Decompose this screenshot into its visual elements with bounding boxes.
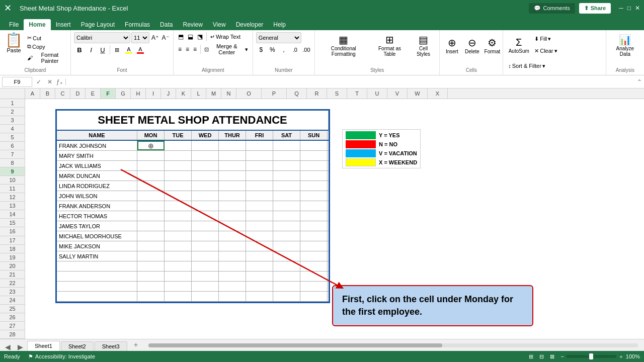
day-cell-tue[interactable]: [165, 241, 192, 251]
col-header-B[interactable]: B: [40, 88, 55, 99]
insert-function-icon[interactable]: ƒₓ: [56, 78, 66, 85]
day-cell-thur[interactable]: [219, 231, 246, 241]
employee-name-cell[interactable]: MARY SMITH: [57, 151, 137, 160]
col-header-W[interactable]: W: [408, 88, 428, 99]
align-middle-button[interactable]: ⬓: [186, 32, 195, 41]
day-cell-mon[interactable]: [137, 201, 165, 211]
row-header-23[interactable]: 23: [0, 288, 25, 296]
day-cell-fri[interactable]: [246, 141, 273, 150]
comma-button[interactable]: ,: [279, 44, 289, 55]
day-cell-fri[interactable]: [246, 221, 273, 231]
day-cell-thur[interactable]: [219, 171, 246, 180]
clear-button[interactable]: ✕ Clear ▾: [532, 45, 559, 56]
day-cell-tue[interactable]: [165, 201, 192, 211]
row-header-9[interactable]: 9: [0, 167, 25, 176]
day-cell-thur[interactable]: [219, 221, 246, 231]
row-header-10[interactable]: 10: [0, 176, 25, 185]
row-header-18[interactable]: 18: [0, 245, 25, 253]
day-cell-wed[interactable]: [192, 191, 219, 201]
tab-insert[interactable]: Insert: [51, 19, 76, 30]
day-cell-tue[interactable]: [165, 251, 192, 261]
day-cell-sat[interactable]: [273, 141, 300, 150]
col-mon[interactable]: MON: [137, 131, 165, 140]
day-cell-tue[interactable]: [165, 221, 192, 231]
day-cell-sun[interactable]: [300, 151, 328, 160]
row-header-5[interactable]: 5: [0, 133, 25, 142]
day-cell-wed[interactable]: [192, 251, 219, 261]
add-sheet-button[interactable]: ＋: [128, 339, 143, 351]
col-header-G[interactable]: G: [116, 88, 131, 99]
zoom-out-icon[interactable]: −: [560, 353, 564, 359]
format-as-table-button[interactable]: ⊞ Format as Table: [371, 32, 408, 58]
day-cell-tue[interactable]: [165, 231, 192, 241]
insert-cells-button[interactable]: ⊕ Insert: [443, 32, 461, 58]
row-header-1[interactable]: 1: [0, 99, 25, 108]
row-header-22[interactable]: 22: [0, 279, 25, 288]
col-fri[interactable]: FRI: [246, 131, 273, 140]
day-cell-sat[interactable]: [273, 251, 300, 261]
day-cell-sat[interactable]: [273, 241, 300, 251]
day-cell-sun[interactable]: [300, 181, 328, 191]
row-header-25[interactable]: 25: [0, 305, 25, 313]
page-layout-icon[interactable]: ⊟: [539, 353, 544, 360]
day-cell-sun[interactable]: [300, 221, 328, 231]
day-cell-wed[interactable]: [192, 141, 219, 150]
day-cell-thur[interactable]: [219, 151, 246, 160]
scroll-tabs-left-button[interactable]: ◀: [2, 343, 14, 351]
day-cell-fri[interactable]: [246, 251, 273, 261]
employee-name-cell[interactable]: MICHAEL MOORHOUSE: [57, 231, 137, 241]
day-cell-sat[interactable]: [273, 211, 300, 221]
col-header-M[interactable]: M: [206, 88, 221, 99]
merge-center-button[interactable]: ⊡ Merge & Center ▾: [203, 42, 250, 56]
col-header-T[interactable]: T: [347, 88, 367, 99]
row-header-15[interactable]: 15: [0, 219, 25, 227]
day-cell-mon[interactable]: ⊕: [137, 141, 165, 150]
employee-name-cell[interactable]: MIKE JACKSON: [57, 241, 137, 251]
day-cell-wed[interactable]: [192, 231, 219, 241]
day-cell-fri[interactable]: [246, 201, 273, 211]
day-cell-thur[interactable]: [219, 161, 246, 170]
bold-button[interactable]: B: [74, 44, 85, 55]
col-header-C[interactable]: C: [55, 88, 70, 99]
increase-decimal-button[interactable]: .0: [290, 44, 300, 55]
col-header-E[interactable]: E: [86, 88, 101, 99]
formula-expand-icon[interactable]: ⌃: [637, 78, 642, 85]
increase-font-button[interactable]: A⁺: [150, 33, 160, 43]
col-header-I[interactable]: I: [146, 88, 161, 99]
employee-name-cell[interactable]: JAMES TAYLOR: [57, 221, 137, 231]
day-cell-thur[interactable]: [219, 181, 246, 191]
paste-button[interactable]: 📋 Paste: [3, 32, 25, 67]
decrease-font-button[interactable]: A⁻: [160, 33, 170, 43]
day-cell-thur[interactable]: [219, 201, 246, 211]
row-header-11[interactable]: 11: [0, 185, 25, 193]
share-button[interactable]: ⬆ Share: [579, 3, 611, 14]
tab-file[interactable]: File: [4, 19, 24, 30]
row-header-26[interactable]: 26: [0, 313, 25, 322]
col-header-P[interactable]: P: [262, 88, 287, 99]
day-cell-tue[interactable]: [165, 161, 192, 170]
formula-cancel-icon[interactable]: ✕: [45, 78, 54, 85]
day-cell-fri[interactable]: [246, 161, 273, 170]
day-cell-wed[interactable]: [192, 151, 219, 160]
percent-button[interactable]: %: [267, 44, 277, 55]
row-header-17[interactable]: 17: [0, 236, 25, 245]
sheet-tab-2[interactable]: Sheet2: [61, 341, 94, 351]
employee-name-cell[interactable]: LINDA RODRIGUEZ: [57, 181, 137, 191]
col-wed[interactable]: WED: [192, 131, 219, 140]
col-tue[interactable]: TUE: [165, 131, 192, 140]
day-cell-thur[interactable]: [219, 191, 246, 201]
zoom-slider-thumb[interactable]: [589, 353, 593, 359]
col-header-V[interactable]: V: [387, 88, 408, 99]
day-cell-mon[interactable]: [137, 171, 165, 180]
day-cell-sat[interactable]: [273, 151, 300, 160]
day-cell-wed[interactable]: [192, 161, 219, 170]
col-header-L[interactable]: L: [191, 88, 206, 99]
tab-review[interactable]: Review: [178, 19, 207, 30]
employee-name-cell[interactable]: HECTOR THOMAS: [57, 211, 137, 221]
day-cell-mon[interactable]: [137, 151, 165, 160]
row-header-24[interactable]: 24: [0, 296, 25, 305]
underline-button[interactable]: U: [97, 44, 108, 55]
row-header-27[interactable]: 27: [0, 322, 25, 330]
tab-home[interactable]: Home: [24, 19, 50, 30]
day-cell-wed[interactable]: [192, 201, 219, 211]
